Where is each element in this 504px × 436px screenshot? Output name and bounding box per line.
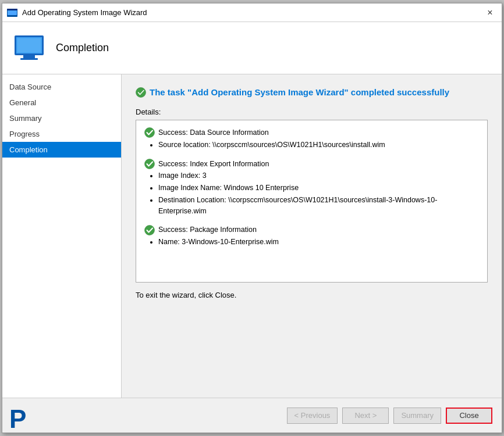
sidebar-item-progress[interactable]: Progress xyxy=(2,126,121,142)
header-area: Completion xyxy=(2,22,502,74)
close-wizard-button[interactable]: Close xyxy=(446,408,492,424)
detail-bullets-package: Name: 3-Windows-10-Enterprise.wim xyxy=(158,237,479,248)
detail-bullet-index-2: Destination Location: \\corpsccm\sources… xyxy=(158,195,479,217)
detail-label-datasource: Success: Data Source Information xyxy=(158,127,269,138)
detail-bullets-datasource: Source location: \\corpsccm\sources\OS\W… xyxy=(158,140,479,151)
success-header: The task "Add Operating System Image Wiz… xyxy=(136,86,488,98)
logo-icon: P xyxy=(9,406,33,431)
check-icon-package xyxy=(144,225,155,235)
sidebar-item-completion[interactable]: Completion xyxy=(2,142,121,158)
wizard-window: Add Operating System Image Wizard × Comp… xyxy=(2,3,502,433)
detail-section-index: Success: Index Export Information Image … xyxy=(144,159,479,217)
sidebar-item-summary[interactable]: Summary xyxy=(2,110,121,126)
next-button[interactable]: Next > xyxy=(342,408,389,424)
svg-rect-7 xyxy=(17,38,41,52)
detail-bullets-index: Image Index: 3 Image Index Name: Windows… xyxy=(158,170,479,216)
success-message: The task "Add Operating System Image Wiz… xyxy=(150,86,449,98)
detail-success-datasource-line: Success: Data Source Information xyxy=(144,127,479,138)
svg-rect-5 xyxy=(23,55,35,58)
wizard-title-icon xyxy=(7,8,17,18)
main-content: The task "Add Operating System Image Wiz… xyxy=(122,74,502,398)
title-bar: Add Operating System Image Wizard × xyxy=(2,3,502,22)
detail-label-package: Success: Package Information xyxy=(158,224,257,235)
sidebar-item-general[interactable]: General xyxy=(2,95,121,110)
header-computer-icon xyxy=(12,31,47,66)
svg-point-11 xyxy=(145,225,155,235)
check-icon-index xyxy=(144,159,155,169)
svg-rect-2 xyxy=(7,9,17,10)
summary-button[interactable]: Summary xyxy=(393,408,441,424)
detail-success-package-line: Success: Package Information xyxy=(144,224,479,235)
logo-area: P xyxy=(9,406,33,431)
details-box: Success: Data Source Information Source … xyxy=(136,120,488,283)
svg-rect-6 xyxy=(20,58,38,60)
success-checkmark-icon xyxy=(136,87,146,98)
svg-point-9 xyxy=(145,128,155,138)
close-button[interactable]: × xyxy=(483,6,497,20)
detail-section-package: Success: Package Information Name: 3-Win… xyxy=(144,224,479,248)
detail-bullet-datasource-0: Source location: \\corpsccm\sources\OS\W… xyxy=(158,140,479,151)
exit-text: To exit the wizard, click Close. xyxy=(136,291,488,299)
header-title: Completion xyxy=(56,42,109,54)
detail-label-index: Success: Index Export Information xyxy=(158,159,269,170)
details-label: Details: xyxy=(136,108,488,116)
detail-success-index-line: Success: Index Export Information xyxy=(144,159,479,170)
detail-bullet-package-0: Name: 3-Windows-10-Enterprise.wim xyxy=(158,237,479,248)
check-icon-datasource xyxy=(144,127,155,138)
svg-point-8 xyxy=(136,88,146,98)
svg-point-10 xyxy=(145,159,155,169)
detail-bullet-index-1: Image Index Name: Windows 10 Enterprise xyxy=(158,183,479,194)
window-title: Add Operating System Image Wizard xyxy=(22,8,483,17)
detail-section-datasource: Success: Data Source Information Source … xyxy=(144,127,479,151)
svg-text:P: P xyxy=(9,406,26,431)
content-area: Data Source General Summary Progress Com… xyxy=(2,74,502,398)
detail-bullet-index-0: Image Index: 3 xyxy=(158,170,479,181)
footer: P < Previous Next > Summary Close xyxy=(2,398,502,433)
previous-button[interactable]: < Previous xyxy=(287,408,338,424)
sidebar: Data Source General Summary Progress Com… xyxy=(2,74,122,398)
sidebar-item-data-source[interactable]: Data Source xyxy=(2,79,121,95)
